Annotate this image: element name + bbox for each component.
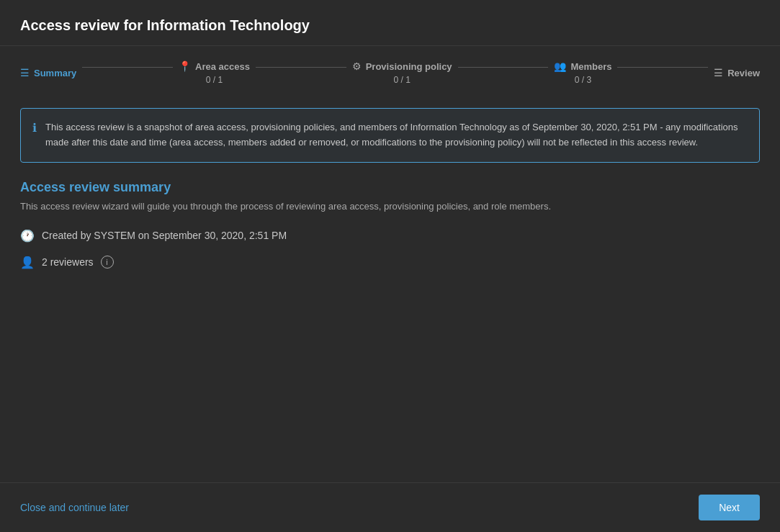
reviewers-label: 2 reviewers: [42, 256, 94, 268]
connector-2: [256, 67, 346, 68]
step-provisioning[interactable]: ⚙ Provisioning policy 0 / 1: [352, 60, 452, 85]
page-header: Access review for Information Technology: [0, 0, 780, 46]
step-summary[interactable]: ☰ Summary: [20, 67, 76, 78]
footer: Close and continue later Next: [0, 482, 780, 532]
review-icon: ☰: [714, 67, 723, 78]
close-continue-link[interactable]: Close and continue later: [20, 502, 129, 513]
area-access-icon: 📍: [179, 60, 191, 72]
connector-1: [82, 67, 173, 68]
next-button[interactable]: Next: [699, 495, 760, 520]
created-row: 🕐 Created by SYSTEM on September 30, 202…: [20, 229, 760, 243]
info-box-text: This access review is a snapshot of area…: [45, 120, 748, 150]
clock-icon: 🕐: [20, 229, 35, 243]
step-area-access[interactable]: 📍 Area access 0 / 1: [179, 60, 250, 85]
wizard-steps: ☰ Summary 📍 Area access 0 / 1 ⚙ Provisio…: [0, 46, 780, 96]
reviewers-row: 👤 2 reviewers i: [20, 256, 760, 269]
step-members-label: Members: [570, 61, 611, 72]
step-review[interactable]: ☰ Review: [714, 67, 760, 78]
step-review-label: Review: [727, 68, 760, 78]
step-provisioning-label: Provisioning policy: [366, 61, 452, 72]
connector-4: [617, 67, 708, 68]
step-area-access-count: 0 / 1: [206, 75, 223, 85]
step-provisioning-count: 0 / 1: [393, 75, 410, 85]
step-members-count: 0 / 3: [575, 75, 591, 85]
created-label: Created by SYSTEM on September 30, 2020,…: [42, 230, 287, 241]
summary-icon: ☰: [20, 67, 30, 78]
reviewers-icon: 👤: [20, 256, 35, 269]
info-circle-icon: ℹ: [32, 121, 37, 150]
connector-3: [458, 67, 549, 68]
content-area: ℹ This access review is a snapshot of ar…: [0, 96, 780, 482]
members-icon: 👥: [554, 60, 566, 72]
step-summary-label: Summary: [34, 68, 76, 78]
page-title: Access review for Information Technology: [20, 17, 760, 34]
reviewers-info-icon[interactable]: i: [101, 256, 114, 269]
step-members[interactable]: 👥 Members 0 / 3: [554, 60, 611, 85]
step-area-access-label: Area access: [195, 61, 250, 72]
summary-title: Access review summary: [20, 180, 760, 195]
provisioning-icon: ⚙: [352, 60, 362, 72]
summary-subtitle: This access review wizard will guide you…: [20, 201, 760, 212]
info-box: ℹ This access review is a snapshot of ar…: [20, 108, 760, 163]
